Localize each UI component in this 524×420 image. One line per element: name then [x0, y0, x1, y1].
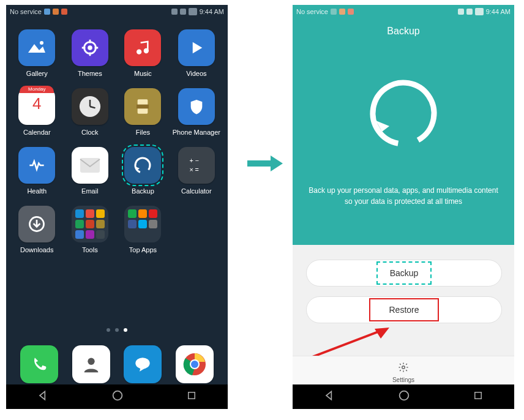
svg-text:× =: × = [189, 166, 198, 173]
settings-button[interactable]: Settings [293, 356, 514, 388]
videos-icon [178, 29, 215, 66]
back-button[interactable] [323, 389, 335, 404]
svg-rect-10 [137, 105, 149, 109]
network-status: No service [296, 8, 328, 15]
app-label: Downloads [20, 246, 53, 253]
app-health[interactable]: Health [13, 147, 61, 195]
annotation-red-box [369, 298, 439, 321]
app-tools[interactable]: Tools [67, 206, 114, 253]
svg-line-30 [312, 331, 380, 357]
status-bar: No service 9:44 AM [6, 5, 228, 18]
app-downloads[interactable]: Downloads [13, 206, 61, 253]
app-label: Tools [82, 246, 98, 253]
app-music[interactable]: Music [119, 29, 167, 77]
app-label: Phone Manager [173, 129, 220, 136]
gear-icon [398, 362, 409, 375]
backup-body: Backup Restore Settings [293, 245, 514, 388]
svg-rect-34 [474, 392, 481, 399]
svg-point-18 [136, 358, 150, 369]
svg-marker-5 [193, 42, 203, 54]
music-icon [124, 29, 161, 66]
calendar-icon: Monday4 [18, 88, 55, 125]
app-gallery[interactable]: Gallery [13, 29, 61, 77]
page-dot[interactable] [107, 328, 110, 332]
backup-button[interactable]: Backup [306, 260, 502, 287]
app-backup[interactable]: Backup [119, 147, 167, 195]
svg-point-17 [88, 358, 94, 365]
app-topapps[interactable]: Top Apps [119, 206, 167, 253]
health-icon [18, 147, 55, 184]
app-label: Clock [81, 129, 99, 136]
app-label: Calculator [181, 187, 212, 195]
backup-hero-icon [364, 73, 443, 156]
folder-icon [72, 206, 108, 242]
page-title: Backup [387, 26, 419, 37]
app-label: Health [27, 187, 47, 195]
page-dot[interactable] [115, 328, 119, 332]
home-app-grid: GalleryThemesMusicVideosMonday4CalendarC… [6, 18, 228, 253]
clock-text: 9:44 AM [200, 8, 224, 15]
dock-chrome[interactable] [176, 345, 214, 383]
recent-button[interactable] [186, 390, 197, 403]
page-dot[interactable] [124, 328, 127, 332]
app-label: Backup [132, 187, 154, 195]
svg-point-33 [400, 391, 409, 400]
svg-text:+ −: + − [189, 157, 198, 164]
app-calc[interactable]: + −× =Calculator [173, 147, 220, 195]
app-label: Themes [78, 70, 102, 77]
app-label: Top Apps [129, 246, 157, 253]
status-icon [44, 9, 50, 15]
svg-point-12 [133, 156, 152, 175]
themes-icon [72, 29, 108, 66]
status-bar: No service 9:44 AM [293, 5, 514, 18]
sim-icon [466, 9, 473, 15]
settings-label: Settings [392, 377, 414, 383]
back-button[interactable] [37, 389, 49, 404]
dock-messages[interactable] [124, 345, 162, 383]
status-icon [53, 9, 59, 15]
files-icon [124, 88, 161, 125]
svg-point-3 [137, 50, 141, 54]
home-button[interactable] [397, 389, 411, 405]
page-indicator[interactable] [6, 328, 228, 332]
app-videos[interactable]: Videos [173, 29, 220, 77]
battery-icon [189, 8, 197, 15]
app-calendar[interactable]: Monday4Calendar [13, 88, 61, 136]
restore-button[interactable]: Restore [306, 296, 502, 323]
app-phonemgr[interactable]: Phone Manager [173, 88, 220, 136]
app-label: Email [81, 187, 99, 195]
home-button[interactable] [111, 389, 124, 405]
dock-contacts[interactable] [72, 345, 110, 383]
system-navbar [293, 384, 514, 409]
recent-button[interactable] [473, 390, 484, 403]
svg-rect-25 [188, 392, 195, 399]
app-label: Files [136, 129, 150, 136]
backup-header: Backup Back up your personal data, apps,… [293, 18, 514, 245]
app-themes[interactable]: Themes [67, 29, 114, 77]
app-label: Music [134, 70, 152, 77]
svg-point-32 [402, 366, 405, 369]
backup-description: Back up your personal data, apps, and mu… [309, 185, 498, 207]
app-label: Videos [186, 70, 206, 77]
annotation-arrow [311, 328, 391, 358]
email-icon [72, 147, 108, 184]
nfc-icon [458, 9, 464, 15]
phonemgr-icon [178, 88, 215, 125]
svg-point-4 [144, 48, 149, 53]
downloads-icon [18, 206, 55, 242]
system-navbar [6, 384, 228, 409]
sim-icon [180, 9, 186, 15]
backup-icon [124, 147, 161, 184]
dock-phone[interactable] [20, 345, 58, 383]
app-files[interactable]: Files [119, 88, 167, 136]
svg-marker-31 [375, 328, 389, 339]
app-email[interactable]: Email [67, 147, 114, 195]
transition-arrow [247, 154, 283, 173]
status-icon [339, 9, 345, 15]
calc-icon: + −× = [178, 147, 215, 184]
app-clock[interactable]: Clock [67, 88, 114, 136]
network-status: No service [10, 8, 42, 15]
svg-point-28 [368, 78, 439, 149]
svg-marker-27 [271, 156, 283, 171]
svg-point-24 [113, 391, 122, 400]
